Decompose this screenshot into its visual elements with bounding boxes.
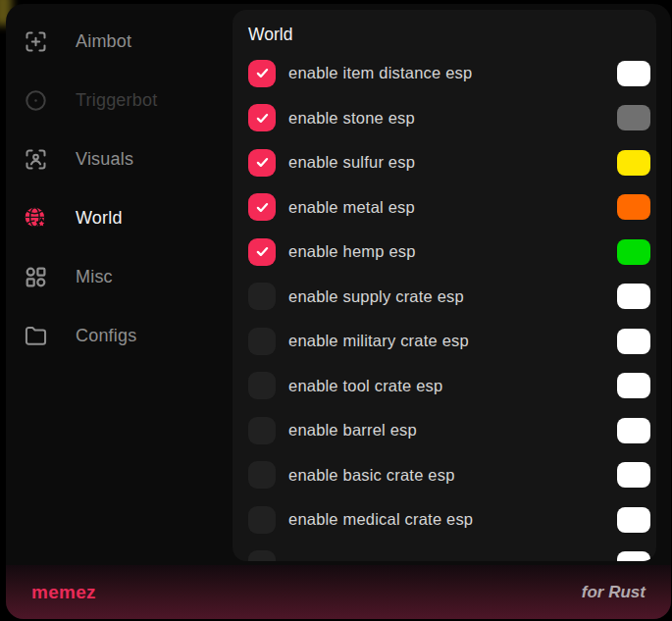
setting-label: enable military crate esp	[288, 332, 617, 350]
setting-label: enable hemp esp	[288, 242, 617, 261]
sidebar-item-aimbot[interactable]: Aimbot	[6, 12, 230, 71]
checkbox-unchecked[interactable]	[248, 372, 276, 399]
color-swatch[interactable]	[617, 61, 650, 86]
checkbox-unchecked[interactable]	[248, 328, 276, 355]
color-swatch[interactable]	[617, 150, 650, 176]
setting-row: enable medical crate esp	[248, 497, 650, 543]
color-swatch[interactable]	[617, 194, 650, 220]
color-swatch[interactable]	[617, 507, 650, 533]
sidebar-item-label: Configs	[76, 326, 136, 346]
check-icon	[254, 65, 271, 81]
sidebar-item-label: World	[76, 208, 123, 229]
check-icon	[254, 243, 271, 260]
sidebar-item-label: Misc	[76, 267, 113, 287]
setting-label: enable tool crate esp	[288, 377, 617, 395]
setting-label: enable item distance esp	[288, 64, 617, 82]
check-icon	[254, 199, 271, 216]
sidebar-item-label: Aimbot	[76, 31, 131, 52]
setting-row	[248, 543, 650, 562]
setting-label: enable medical crate esp	[288, 510, 617, 529]
setting-row: enable metal esp	[248, 185, 650, 231]
setting-row: enable supply crate esp	[248, 275, 650, 320]
sidebar-item-label: Triggerbot	[76, 90, 157, 111]
checkbox-unchecked[interactable]	[248, 417, 276, 444]
configs-folder-icon	[23, 323, 49, 349]
checkbox-unchecked[interactable]	[248, 283, 276, 310]
brand-tagline: for Rust	[582, 583, 646, 602]
sidebar-item-label: Visuals	[76, 149, 133, 170]
footer-bar: memez for Rust	[6, 565, 671, 619]
color-swatch[interactable]	[617, 329, 650, 354]
check-icon	[254, 110, 271, 127]
world-settings-panel: World enable item distance espenable sto…	[233, 10, 656, 561]
checkbox-unchecked[interactable]	[248, 550, 276, 561]
sidebar-item-world[interactable]: World	[6, 188, 230, 247]
checkbox-unchecked[interactable]	[248, 461, 276, 489]
misc-shapes-icon	[23, 264, 49, 290]
setting-row: enable item distance esp	[248, 51, 650, 96]
setting-row: enable tool crate esp	[248, 364, 650, 409]
setting-label: enable supply crate esp	[288, 287, 617, 306]
setting-row: enable military crate esp	[248, 319, 650, 364]
checkbox-checked[interactable]	[248, 60, 276, 87]
sidebar-item-configs[interactable]: Configs	[6, 306, 230, 365]
sidebar-item-visuals[interactable]: Visuals	[6, 129, 230, 188]
settings-list: enable item distance espenable stone esp…	[248, 51, 650, 561]
checkbox-checked[interactable]	[248, 238, 276, 266]
brand-name: memez	[31, 582, 96, 603]
setting-label: enable metal esp	[288, 198, 617, 217]
color-swatch[interactable]	[617, 418, 650, 443]
triggerbot-circle-icon	[23, 87, 49, 114]
color-swatch[interactable]	[617, 551, 650, 561]
setting-label: enable stone esp	[288, 109, 617, 128]
color-swatch[interactable]	[617, 239, 650, 265]
setting-label: enable sulfur esp	[288, 153, 617, 172]
setting-row: enable basic crate esp	[248, 453, 650, 498]
setting-row: enable barrel esp	[248, 408, 650, 453]
aimbot-crosshair-icon	[23, 28, 49, 55]
world-globe-icon	[23, 205, 49, 232]
check-icon	[254, 154, 271, 171]
color-swatch[interactable]	[617, 462, 650, 488]
sidebar: AimbotTriggerbotVisualsWorldMiscConfigs	[6, 4, 230, 564]
checkbox-checked[interactable]	[248, 193, 276, 221]
setting-label: enable basic crate esp	[288, 466, 617, 485]
sidebar-item-triggerbot[interactable]: Triggerbot	[6, 71, 230, 129]
color-swatch[interactable]	[617, 284, 650, 309]
sidebar-item-misc[interactable]: Misc	[6, 247, 230, 306]
checkbox-checked[interactable]	[248, 104, 276, 131]
panel-title: World	[248, 25, 650, 45]
color-swatch[interactable]	[617, 105, 650, 130]
setting-row: enable hemp esp	[248, 230, 650, 275]
setting-label: enable barrel esp	[288, 421, 617, 440]
cheat-menu-window: AimbotTriggerbotVisualsWorldMiscConfigs …	[6, 4, 671, 619]
visuals-person-scan-icon	[23, 146, 49, 173]
color-swatch[interactable]	[617, 373, 650, 398]
checkbox-checked[interactable]	[248, 149, 276, 177]
setting-row: enable sulfur esp	[248, 140, 650, 185]
checkbox-unchecked[interactable]	[248, 506, 276, 534]
setting-row: enable stone esp	[248, 96, 650, 141]
